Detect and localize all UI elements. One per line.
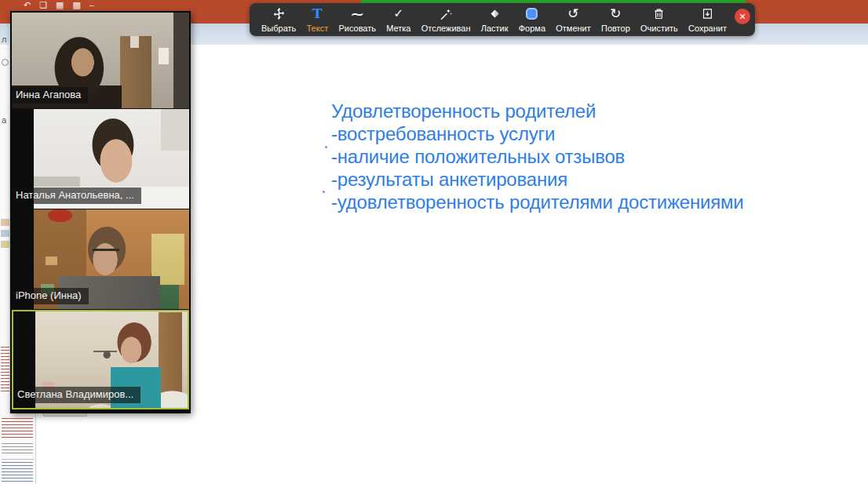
- video-strip: Инна Агапова Наталья Анатольевна, ... iP…: [10, 11, 191, 413]
- toolbar-button-spotlight[interactable]: Отслеживан: [420, 5, 472, 34]
- toolbar-button-label: Отслеживан: [421, 24, 471, 33]
- undo-icon: ↺: [567, 6, 578, 21]
- trash-icon: [652, 6, 666, 21]
- image-icon[interactable]: ▦: [56, 0, 64, 11]
- participant-name: iPhone (Инна): [12, 288, 89, 304]
- mini-thumbnail-text: [2, 443, 33, 454]
- toolbar-button-stamp[interactable]: ✓ Метка: [385, 5, 412, 34]
- toolbar-button-label: Сохранит: [688, 24, 727, 33]
- toolbar-button-label: Рисовать: [338, 24, 376, 33]
- toolbar-button-format[interactable]: Форма: [517, 5, 547, 34]
- annotation-title: Удовлетворенность родителей: [331, 100, 744, 122]
- toolbar-button-label: Форма: [519, 24, 545, 33]
- participant-name: Наталья Анатольевна, ...: [12, 187, 141, 204]
- chart-icon[interactable]: ▩: [73, 0, 81, 11]
- mini-thumbnail-text: [2, 418, 33, 439]
- draw-icon: ~: [350, 6, 364, 21]
- toolbar-button-clear[interactable]: Очистить: [639, 5, 680, 34]
- toolbar-button-redo[interactable]: ↻ Повтор: [600, 5, 632, 34]
- undo-icon[interactable]: ↶: [24, 0, 31, 11]
- participant-name: Светлана Владимиров...: [13, 387, 140, 403]
- toolbar-button-save[interactable]: Сохранит: [687, 5, 728, 34]
- toolbar-button-label: Ластик: [481, 24, 509, 33]
- toolbar-button-eraser[interactable]: Ластик: [480, 5, 510, 34]
- mini-thumbnail: [1, 219, 9, 226]
- toolbar-button-label: Отменит: [556, 24, 591, 33]
- screen: ↶ ❑ ▦ ▩ – л а Удовлетворенность родителе…: [0, 0, 868, 484]
- toolbar-button-label: Метка: [386, 24, 410, 33]
- video-tile[interactable]: Наталья Анатольевна, ...: [12, 109, 189, 209]
- redo-icon: ↻: [610, 6, 621, 21]
- toolbar-button-label: Текст: [307, 24, 329, 33]
- edge-glyph: а: [2, 115, 6, 125]
- annotation-toolbar: Выбрать T Текст ~ Рисовать ✓ Метка Отсле…: [250, 3, 755, 36]
- close-icon[interactable]: ✕: [735, 9, 750, 24]
- toolbar-button-draw[interactable]: ~ Рисовать: [337, 5, 377, 34]
- more-icon[interactable]: –: [89, 0, 94, 11]
- toolbar-button-label: Очистить: [640, 24, 678, 33]
- video-tile-active-speaker[interactable]: Светлана Владимиров...: [12, 310, 189, 409]
- mini-thumbnail-text: [2, 462, 33, 482]
- panel-divider: [2, 459, 35, 460]
- video-tile[interactable]: iPhone (Инна): [12, 209, 189, 309]
- toolbar-button-select[interactable]: Выбрать: [260, 5, 297, 34]
- toolbar-button-undo[interactable]: ↺ Отменит: [554, 5, 593, 34]
- mini-thumbnail: [1, 230, 9, 237]
- mini-thumbnail: [1, 241, 9, 248]
- stamp-check-icon: ✓: [394, 6, 404, 21]
- annotation-text-block[interactable]: Удовлетворенность родителей -востребован…: [331, 100, 744, 213]
- toolbar-button-label: Выбрать: [261, 24, 296, 33]
- annotation-line: -результаты анкетирования: [331, 168, 744, 191]
- mini-thumbnail-text: [1, 347, 9, 394]
- edge-glyph: л: [2, 35, 6, 44]
- eraser-icon: [488, 6, 501, 21]
- shape-icon: [2, 59, 9, 66]
- annotation-line: -удовлетворенность родителями достижения…: [331, 191, 744, 213]
- toolbar-button-label: Повтор: [601, 24, 630, 33]
- annotation-line: -востребованность услуги: [331, 122, 744, 145]
- stray-annotation-dot: [325, 146, 327, 148]
- move-icon: [272, 6, 286, 21]
- video-tile[interactable]: Инна Агапова: [12, 13, 189, 108]
- format-color-icon: [526, 6, 538, 21]
- quick-access-toolbar: ↶ ❑ ▦ ▩ –: [24, 0, 94, 11]
- save-icon: [701, 6, 714, 21]
- thumbnail-panel-bottom: [0, 413, 36, 484]
- toolbar-button-text[interactable]: T Текст: [305, 5, 330, 34]
- annotation-line: -наличие положительных отзывов: [331, 145, 744, 168]
- spotlight-icon: [439, 6, 453, 21]
- stray-annotation-dot: [323, 191, 325, 193]
- thumbnail-panel-sliver: л а: [0, 45, 10, 413]
- clipboard-icon[interactable]: ❑: [39, 0, 47, 11]
- text-icon: T: [312, 6, 323, 21]
- participant-name: Инна Агапова: [12, 87, 88, 104]
